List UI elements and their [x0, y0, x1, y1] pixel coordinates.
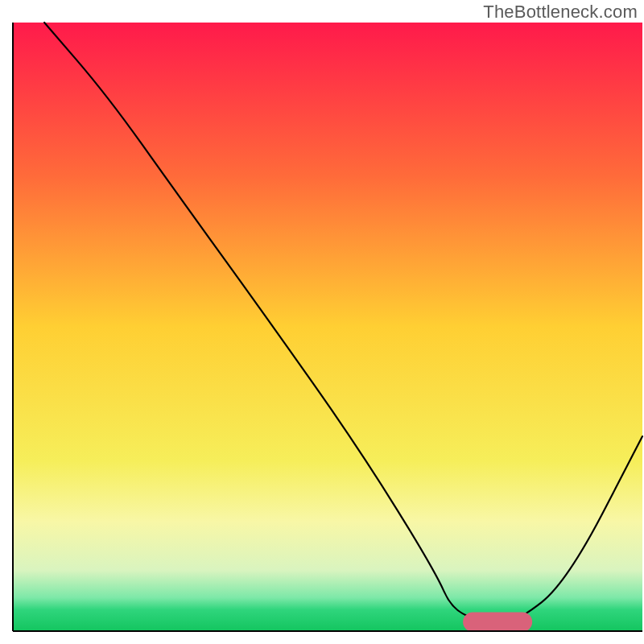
optimal-marker	[463, 613, 532, 632]
watermark-text: TheBottleneck.com	[483, 2, 638, 23]
bottleneck-chart	[0, 0, 644, 644]
chart-frame: TheBottleneck.com	[0, 0, 644, 644]
plot-background	[13, 23, 642, 631]
